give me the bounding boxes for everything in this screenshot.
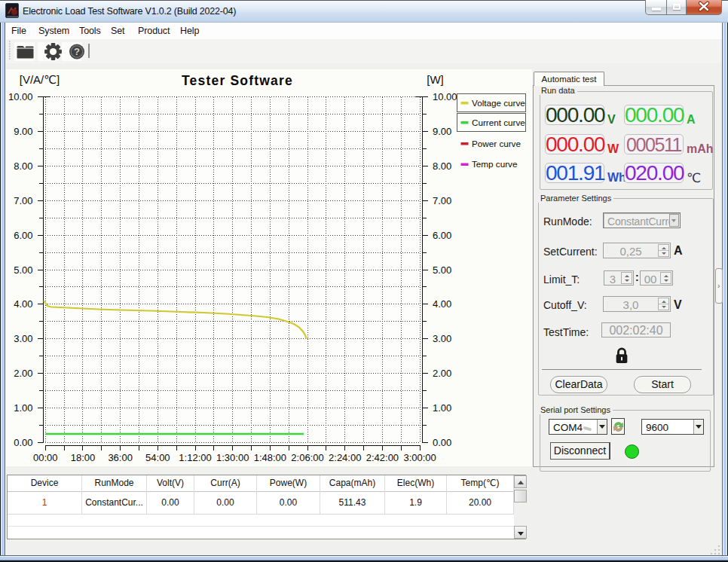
svg-text:1:30:00: 1:30:00 bbox=[216, 452, 249, 463]
svg-text:4.00: 4.00 bbox=[433, 298, 451, 310]
svg-text:4.00: 4.00 bbox=[14, 298, 32, 310]
svg-text:2.00: 2.00 bbox=[433, 368, 451, 379]
svg-text:54:00: 54:00 bbox=[145, 452, 170, 463]
svg-text:9.00: 9.00 bbox=[14, 126, 32, 137]
svg-text:0.00: 0.00 bbox=[433, 437, 451, 448]
svg-text:36:00: 36:00 bbox=[108, 452, 133, 463]
svg-text:10.00: 10.00 bbox=[433, 91, 457, 102]
svg-text:Current curve: Current curve bbox=[472, 118, 525, 127]
svg-text:Power curve: Power curve bbox=[472, 139, 521, 148]
svg-text:Tester Software: Tester Software bbox=[182, 73, 293, 88]
svg-text:5.00: 5.00 bbox=[14, 264, 32, 276]
svg-text:8.00: 8.00 bbox=[14, 160, 32, 172]
svg-text:1:12:00: 1:12:00 bbox=[179, 452, 211, 463]
svg-text:Voltage curve: Voltage curve bbox=[472, 98, 525, 108]
svg-text:2:24:00: 2:24:00 bbox=[329, 452, 361, 463]
svg-text:3.00: 3.00 bbox=[14, 333, 32, 344]
svg-text:10.00: 10.00 bbox=[8, 91, 33, 102]
svg-text:0.00: 0.00 bbox=[14, 437, 32, 448]
svg-text:Temp curve: Temp curve bbox=[472, 159, 517, 169]
svg-text:?: ? bbox=[74, 46, 80, 57]
svg-text:2:42:00: 2:42:00 bbox=[366, 452, 399, 463]
svg-text:2:06:00: 2:06:00 bbox=[291, 452, 323, 463]
svg-text:7.00: 7.00 bbox=[14, 195, 32, 206]
svg-text:6.00: 6.00 bbox=[14, 230, 32, 241]
svg-text:5.00: 5.00 bbox=[433, 264, 451, 276]
svg-text:2.00: 2.00 bbox=[14, 368, 32, 379]
svg-text:6.00: 6.00 bbox=[433, 230, 451, 241]
svg-text:1.00: 1.00 bbox=[14, 402, 32, 414]
svg-text:7.00: 7.00 bbox=[433, 195, 451, 206]
svg-text:18:00: 18:00 bbox=[71, 452, 96, 463]
svg-text:00:00: 00:00 bbox=[33, 452, 58, 463]
svg-text:9.00: 9.00 bbox=[433, 126, 451, 137]
svg-text:1:48:00: 1:48:00 bbox=[254, 452, 286, 463]
svg-text:[V/A/℃]: [V/A/℃] bbox=[20, 73, 60, 86]
svg-text:1.00: 1.00 bbox=[433, 402, 451, 414]
svg-text:3.00: 3.00 bbox=[433, 333, 451, 344]
svg-text:[W]: [W] bbox=[427, 73, 444, 86]
svg-text:8.00: 8.00 bbox=[433, 160, 451, 172]
svg-text:3:00:00: 3:00:00 bbox=[403, 452, 436, 463]
